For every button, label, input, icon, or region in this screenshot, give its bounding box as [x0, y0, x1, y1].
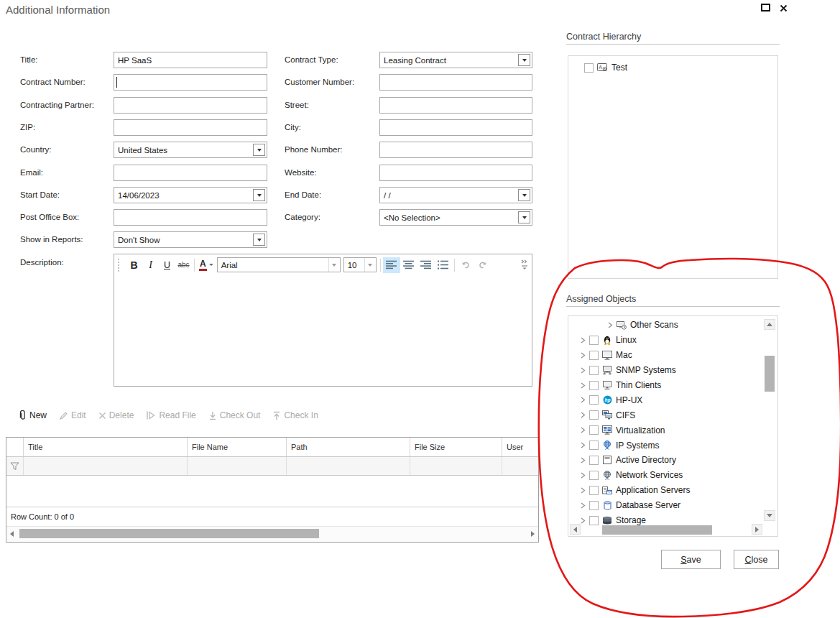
new-attachment-button[interactable]: New [19, 410, 47, 420]
city-field[interactable] [379, 119, 532, 136]
chevron-down-icon[interactable] [518, 189, 530, 201]
bold-button[interactable]: B [126, 257, 142, 273]
expand-chevron-icon[interactable] [581, 457, 586, 464]
scroll-up-button[interactable] [764, 319, 775, 330]
table-horizontal-scrollbar[interactable] [6, 526, 538, 542]
tree-item-cifs[interactable]: CIFS [570, 407, 762, 423]
country-combo[interactable]: United States [114, 142, 267, 158]
italic-button[interactable]: I [142, 257, 159, 273]
font-size-combo[interactable]: 10 [343, 257, 377, 272]
edit-attachment-button[interactable]: Edit [59, 410, 86, 420]
zip-field[interactable] [114, 119, 267, 136]
vertical-scrollbar-thumb[interactable] [765, 356, 775, 392]
checkbox[interactable] [589, 486, 599, 495]
column-header-user[interactable]: User [502, 438, 538, 456]
checkbox[interactable] [589, 381, 599, 390]
chevron-down-icon[interactable] [328, 258, 340, 272]
font-name-combo[interactable]: Arial [217, 257, 341, 272]
chevron-down-icon[interactable] [253, 144, 265, 156]
filter-input[interactable] [188, 457, 287, 475]
filter-input[interactable] [24, 457, 188, 475]
customer-number-field[interactable] [379, 74, 532, 91]
checkbox[interactable] [589, 516, 599, 525]
checkbox[interactable] [584, 63, 594, 73]
filter-input[interactable] [287, 457, 410, 475]
description-text-area[interactable] [114, 275, 532, 387]
align-left-button[interactable] [383, 257, 400, 273]
close-button[interactable]: Close [734, 550, 779, 569]
undo-button[interactable] [457, 257, 474, 273]
checkbox[interactable] [589, 471, 599, 480]
checkbox[interactable] [589, 501, 599, 510]
filter-input[interactable] [410, 457, 502, 475]
show-in-reports-combo[interactable]: Don't Show [114, 231, 267, 248]
expand-chevron-icon[interactable] [581, 412, 586, 418]
contract-number-field[interactable] [114, 74, 267, 91]
checkbox[interactable] [589, 456, 599, 465]
scroll-down-button[interactable] [764, 510, 775, 521]
tree-item-other-scans[interactable]: Other Scans [570, 318, 762, 333]
post-office-box-field[interactable] [114, 209, 267, 226]
toolbar-grip[interactable] [118, 259, 122, 272]
contract-type-combo[interactable]: Leasing Contract [379, 52, 532, 68]
column-header-path[interactable]: Path [287, 438, 410, 456]
checkbox[interactable] [589, 441, 599, 450]
description-editor[interactable]: B I U abc A Arial 10 [114, 254, 532, 387]
expand-chevron-icon[interactable] [581, 487, 586, 494]
read-file-button[interactable]: Read File [146, 410, 195, 420]
tree-item-snmp-systems[interactable]: SNMP Systems [570, 363, 762, 378]
contracting-partner-field[interactable] [114, 97, 267, 114]
tree-item-test[interactable]: A Test [584, 63, 627, 73]
strikethrough-button[interactable]: abc [175, 257, 192, 273]
chevron-down-icon[interactable] [518, 211, 530, 223]
scroll-left-button[interactable] [570, 524, 581, 535]
expand-chevron-icon[interactable] [581, 367, 586, 374]
tree-item-virtualization[interactable]: Virtualization [570, 423, 762, 438]
underline-button[interactable]: U [159, 257, 175, 273]
category-combo[interactable]: <No Selection> [379, 209, 532, 226]
tree-item-ip-systems[interactable]: IP Systems [570, 438, 762, 453]
title-field[interactable] [114, 52, 267, 68]
close-window-button[interactable] [780, 2, 788, 15]
phone-number-field[interactable] [379, 142, 532, 158]
expand-chevron-icon[interactable] [581, 352, 586, 359]
expand-chevron-icon[interactable] [581, 472, 586, 479]
filter-input[interactable] [502, 457, 538, 475]
checkbox[interactable] [589, 366, 599, 375]
email-field[interactable] [114, 165, 267, 181]
chevron-down-icon[interactable] [253, 234, 265, 246]
expand-chevron-icon[interactable] [581, 517, 586, 524]
redo-button[interactable] [474, 257, 491, 273]
column-header-file-name[interactable]: File Name [188, 438, 287, 456]
tree-item-mac[interactable]: Mac [570, 348, 762, 363]
tree-item-linux[interactable]: Linux [570, 333, 762, 348]
expand-chevron-icon[interactable] [581, 397, 586, 403]
expand-chevron-icon[interactable] [581, 502, 586, 509]
check-out-button[interactable]: Check Out [208, 410, 261, 420]
expand-chevron-icon[interactable] [581, 442, 586, 448]
end-date-combo[interactable]: / / [379, 187, 532, 203]
scroll-right-button[interactable] [752, 524, 762, 535]
expand-chevron-icon[interactable] [581, 382, 586, 389]
checkbox[interactable] [589, 395, 599, 405]
filter-cell[interactable] [6, 457, 24, 475]
tree-item-database-server[interactable]: Database Server [570, 498, 762, 513]
tree-item-network-services[interactable]: Network Services [570, 468, 762, 483]
checkbox[interactable] [589, 351, 599, 360]
website-field[interactable] [379, 165, 532, 181]
chevron-down-icon[interactable] [253, 189, 265, 201]
expand-chevron-icon[interactable] [581, 337, 586, 343]
tree-item-hp-ux[interactable]: hpHP-UX [570, 392, 762, 407]
chevron-down-icon[interactable] [518, 54, 530, 66]
expand-chevron-icon[interactable] [608, 322, 613, 328]
start-date-combo[interactable]: 14/06/2023 [114, 187, 267, 203]
street-field[interactable] [379, 97, 532, 114]
align-center-button[interactable] [400, 257, 417, 273]
scroll-left-icon[interactable] [10, 531, 14, 537]
checkbox[interactable] [589, 336, 599, 345]
scroll-right-icon[interactable] [531, 531, 535, 537]
align-right-button[interactable] [417, 257, 435, 273]
tree-item-application-servers[interactable]: Application Servers [570, 483, 762, 498]
column-header-title[interactable]: Title [24, 438, 188, 456]
toolbar-overflow-button[interactable] [521, 259, 530, 270]
